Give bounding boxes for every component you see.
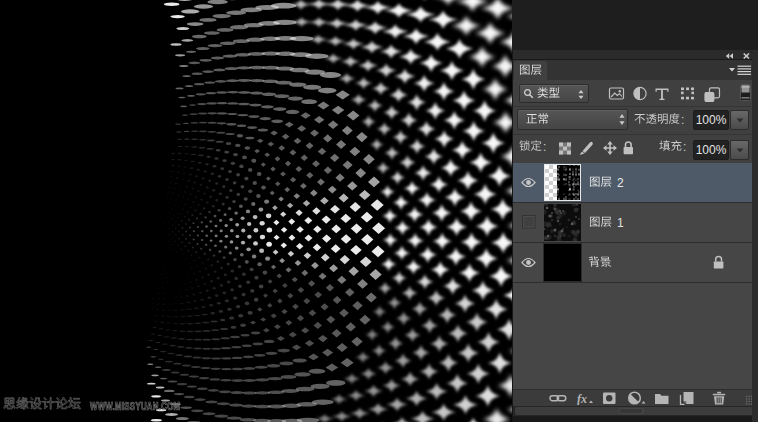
- svg-text:fx: fx: [577, 392, 587, 406]
